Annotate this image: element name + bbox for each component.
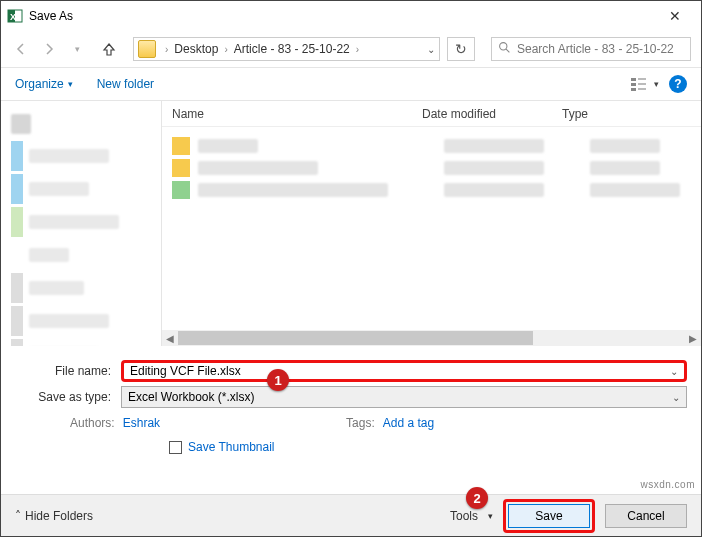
- svg-rect-10: [638, 88, 646, 90]
- svg-line-4: [506, 49, 509, 52]
- authors-label: Authors:: [70, 416, 115, 430]
- filename-input[interactable]: Editing VCF File.xlsx ⌄: [121, 360, 687, 382]
- search-placeholder: Search Article - 83 - 25-10-22: [517, 42, 674, 56]
- horizontal-scrollbar[interactable]: ◀ ▶: [162, 330, 701, 346]
- excel-icon: X: [7, 8, 23, 24]
- save-button[interactable]: Save: [508, 504, 590, 528]
- back-button[interactable]: [11, 39, 31, 59]
- chevron-up-icon: ˄: [15, 509, 21, 523]
- save-thumbnail-checkbox[interactable]: [169, 441, 182, 454]
- close-button[interactable]: ✕: [655, 2, 695, 30]
- chevron-icon: ›: [221, 44, 230, 55]
- col-type[interactable]: Type: [562, 107, 701, 121]
- tools-menu[interactable]: Tools▾: [450, 509, 493, 523]
- list-item[interactable]: [172, 181, 691, 199]
- annotation-marker-1: 1: [267, 369, 289, 391]
- forward-button[interactable]: [39, 39, 59, 59]
- dialog-footer: ˄ Hide Folders Tools▾ Save Cancel: [1, 494, 701, 536]
- savetype-dropdown-chevron[interactable]: ⌄: [672, 392, 680, 403]
- help-button[interactable]: ?: [669, 75, 687, 93]
- toolbar: Organize▾ New folder ▾ ?: [1, 67, 701, 101]
- svg-rect-6: [631, 83, 636, 86]
- tags-value[interactable]: Add a tag: [383, 416, 434, 430]
- address-bar[interactable]: › Desktop › Article - 83 - 25-10-22 › ⌄: [133, 37, 440, 61]
- chevron-icon: ›: [162, 44, 171, 55]
- explorer-body: Name Date modified Type: [1, 101, 701, 346]
- scroll-left-arrow[interactable]: ◀: [162, 330, 178, 346]
- navigation-bar: ▾ › Desktop › Article - 83 - 25-10-22 › …: [1, 31, 701, 67]
- cancel-button[interactable]: Cancel: [605, 504, 687, 528]
- chevron-icon: ›: [353, 44, 362, 55]
- savetype-label: Save as type:: [15, 390, 121, 404]
- filename-label: File name:: [15, 364, 121, 378]
- save-as-dialog: X Save As ✕ ▾ › Desktop › Article - 83 -…: [0, 0, 702, 537]
- svg-rect-7: [631, 88, 636, 91]
- organize-menu[interactable]: Organize▾: [15, 77, 73, 91]
- col-date[interactable]: Date modified: [422, 107, 562, 121]
- folder-icon: [172, 137, 190, 155]
- col-name[interactable]: Name: [172, 107, 422, 121]
- authors-value[interactable]: Eshrak: [123, 416, 160, 430]
- save-thumbnail-label[interactable]: Save Thumbnail: [188, 440, 275, 454]
- window-title: Save As: [29, 9, 655, 23]
- save-button-callout: Save: [503, 499, 595, 533]
- file-listing: Name Date modified Type: [161, 101, 701, 346]
- scroll-thumb[interactable]: [178, 331, 533, 345]
- file-list-body[interactable]: [162, 127, 701, 330]
- svg-rect-9: [638, 83, 646, 85]
- up-button[interactable]: [99, 39, 119, 59]
- filename-dropdown[interactable]: ⌄: [670, 366, 678, 377]
- refresh-button[interactable]: ↻: [447, 37, 475, 61]
- annotation-marker-2: 2: [466, 487, 488, 509]
- view-options[interactable]: ▾: [630, 76, 659, 92]
- hide-folders-button[interactable]: ˄ Hide Folders: [15, 509, 93, 523]
- breadcrumb-desktop[interactable]: Desktop: [171, 42, 221, 56]
- form-area: File name: Editing VCF File.xlsx ⌄ Save …: [1, 346, 701, 466]
- search-box[interactable]: Search Article - 83 - 25-10-22: [491, 37, 691, 61]
- svg-point-3: [500, 43, 507, 50]
- recent-locations[interactable]: ▾: [67, 39, 87, 59]
- list-item[interactable]: [172, 137, 691, 155]
- folder-icon: [172, 159, 190, 177]
- tags-label: Tags:: [346, 416, 375, 430]
- folder-icon: [138, 40, 156, 58]
- search-icon: [498, 41, 511, 57]
- svg-text:X: X: [10, 12, 16, 22]
- savetype-select[interactable]: Excel Workbook (*.xlsx) ⌄: [121, 386, 687, 408]
- list-item[interactable]: [172, 159, 691, 177]
- title-bar: X Save As ✕: [1, 1, 701, 31]
- new-folder-button[interactable]: New folder: [97, 77, 154, 91]
- column-headers: Name Date modified Type: [162, 101, 701, 127]
- breadcrumb-folder[interactable]: Article - 83 - 25-10-22: [231, 42, 353, 56]
- scroll-right-arrow[interactable]: ▶: [685, 330, 701, 346]
- svg-rect-8: [638, 78, 646, 80]
- watermark: wsxdn.com: [640, 479, 695, 490]
- excel-file-icon: [172, 181, 190, 199]
- svg-rect-5: [631, 78, 636, 81]
- address-dropdown[interactable]: ⌄: [427, 44, 435, 55]
- navigation-tree[interactable]: [1, 101, 161, 346]
